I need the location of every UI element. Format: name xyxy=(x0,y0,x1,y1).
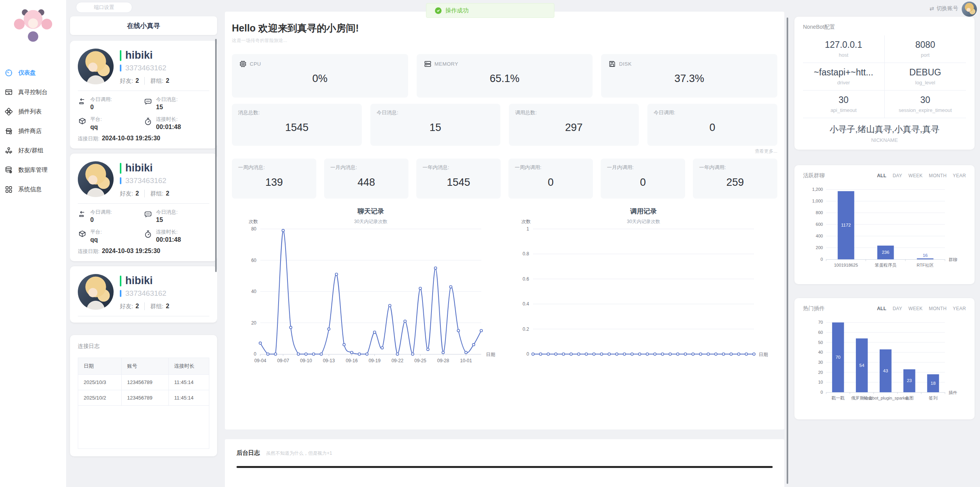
bot-card: hibiki 3373463162 好友:2群组:2 今日调用:0 今日消息:1… xyxy=(70,154,217,261)
svg-text:09-07: 09-07 xyxy=(277,358,289,363)
sidebar-item-dashboard[interactable]: 仪表盘 xyxy=(0,63,66,82)
tab-month[interactable]: MONTH xyxy=(929,306,947,311)
groups-label: 群组: xyxy=(150,77,163,85)
config-label: host xyxy=(805,52,883,58)
stat-label: 一月内消息: xyxy=(330,164,402,171)
config-label: session_expire_timeout xyxy=(886,107,965,113)
connect-date-label: 连接日期: xyxy=(78,248,100,254)
see-more-link[interactable]: 查看更多... xyxy=(232,148,777,155)
svg-text:600: 600 xyxy=(816,222,823,227)
svg-text:插件: 插件 xyxy=(948,390,957,395)
col-date: 日期 xyxy=(78,358,121,375)
memory-label: MEMORY xyxy=(435,61,458,67)
bot-list[interactable]: hibiki 3373463162 好友:2群组:2 今日调用:0 今日消息:1… xyxy=(70,41,217,329)
config-cell-log-level: DEBUGlog_level xyxy=(885,63,966,91)
sidebar-item-plugin-store[interactable]: 插件商店 xyxy=(0,121,66,141)
tab-day[interactable]: DAY xyxy=(892,306,902,311)
right-column: NoneBot配置 127.0.0.1host 8080port ~fastap… xyxy=(794,0,975,419)
sidebar-item-database[interactable]: 数据库管理 xyxy=(0,160,66,180)
call-records-chart: 调用记录30天内记录次数次数00.20.40.60.81日期 xyxy=(505,205,777,370)
tab-year[interactable]: YEAR xyxy=(953,173,966,178)
bot-column: 端口设置 在线小真寻 hibiki 3373463162 好友:2群组:2 今日… xyxy=(66,0,221,487)
svg-text:09-16: 09-16 xyxy=(345,358,358,363)
friends-label: 好友: xyxy=(120,190,133,197)
bot-list-scrollbar[interactable] xyxy=(215,39,217,272)
backend-log-subtitle: 虽然不知道为什么，但是视力+1 xyxy=(266,450,332,457)
period-stats-row: 一周内消息:139 一月内消息:448 一年内消息:1545 一周内调用:0 一… xyxy=(232,159,777,199)
tab-month[interactable]: MONTH xyxy=(929,173,947,178)
svg-text:0.6: 0.6 xyxy=(522,276,529,282)
port-settings-button[interactable]: 端口设置 xyxy=(76,2,132,13)
svg-text:0.8: 0.8 xyxy=(522,251,529,257)
svg-text:09-19: 09-19 xyxy=(368,358,380,363)
tab-all[interactable]: ALL xyxy=(877,306,886,311)
bot-card: hibiki 3373463162 好友:2群组:2 今日调用:0 今日消息:1… xyxy=(70,41,217,148)
svg-text:40: 40 xyxy=(818,350,823,354)
config-value: 30 xyxy=(805,95,883,105)
platform-value: qq xyxy=(90,124,102,131)
svg-text:调用记录: 调用记录 xyxy=(630,208,657,215)
svg-text:09-28: 09-28 xyxy=(437,358,449,363)
sidebar-item-console[interactable]: 真寻控制台 xyxy=(0,82,66,102)
today-calls-value: 0 xyxy=(90,104,112,111)
svg-text:60: 60 xyxy=(818,330,823,335)
stat-label: 一年内消息: xyxy=(423,164,494,171)
plugin-list-icon xyxy=(5,108,13,116)
config-cell-session-expire: 30session_expire_timeout xyxy=(885,91,966,118)
tab-all[interactable]: ALL xyxy=(877,173,886,178)
console-top-bar xyxy=(237,466,773,468)
hot-plugins-panel: 热门插件 ALL DAY WEEK MONTH YEAR 01020304050… xyxy=(794,298,975,419)
config-label: driver xyxy=(805,80,883,86)
cell-date: 2025/10/2 xyxy=(78,390,121,406)
svg-text:0: 0 xyxy=(254,351,256,357)
svg-text:09-22: 09-22 xyxy=(391,358,403,363)
today-messages-value: 15 xyxy=(156,216,178,223)
config-value: 127.0.0.1 xyxy=(805,40,883,50)
main-scrollbar[interactable] xyxy=(787,17,788,484)
active-groups-panel: 活跃群聊 ALL DAY WEEK MONTH YEAR 02004006008… xyxy=(794,165,975,284)
calls-icon xyxy=(78,210,87,219)
memory-value: 65.1% xyxy=(424,73,586,85)
col-account: 账号 xyxy=(121,358,168,375)
welcome-subtitle: 这是一场传奇的冒险旅途... xyxy=(232,37,777,44)
svg-text:戳一戳: 戳一戳 xyxy=(831,396,844,400)
console-icon xyxy=(5,88,13,96)
sidebar-item-friends-groups[interactable]: 好友/群组 xyxy=(0,141,66,160)
svg-text:群聊: 群聊 xyxy=(948,257,957,262)
config-value: 8080 xyxy=(886,40,965,50)
calls-icon xyxy=(78,97,87,106)
tab-year[interactable]: YEAR xyxy=(953,306,966,311)
mascot-avatar xyxy=(13,4,53,43)
stat-label: 一年内调用: xyxy=(699,164,771,171)
svg-text:签到: 签到 xyxy=(929,396,937,400)
svg-text:10-01: 10-01 xyxy=(460,358,472,363)
svg-text:40: 40 xyxy=(251,289,256,294)
tab-week[interactable]: WEEK xyxy=(908,306,923,311)
connection-log-table: 日期 账号 连接时长 2025/10/3 123456789 11:45:14 … xyxy=(78,358,209,449)
svg-text:1172: 1172 xyxy=(841,223,851,227)
duration-value: 00:01:48 xyxy=(156,124,181,131)
stat-value: 139 xyxy=(238,176,310,189)
svg-text:20: 20 xyxy=(818,370,823,375)
week-calls-card: 一周内调用:0 xyxy=(508,159,593,199)
cell-account: 123456789 xyxy=(121,375,168,390)
svg-text:1: 1 xyxy=(526,226,529,232)
stat-label: 一月内调用: xyxy=(607,164,679,171)
tab-day[interactable]: DAY xyxy=(892,173,902,178)
stat-label: 一周内消息: xyxy=(238,164,310,171)
stat-label: 消息总数: xyxy=(238,109,356,116)
today-messages-label: 今日消息: xyxy=(156,209,178,216)
backend-log-title: 后台日志 xyxy=(237,449,260,457)
table-row: 2025/10/3 123456789 11:45:14 xyxy=(78,375,209,390)
tab-week[interactable]: WEEK xyxy=(908,173,923,178)
bot-id: 3373463162 xyxy=(125,64,167,72)
table-row: 2025/10/2 123456789 11:45:14 xyxy=(78,390,209,406)
sidebar-item-label: 仪表盘 xyxy=(18,69,36,77)
svg-text:1,000: 1,000 xyxy=(812,199,823,203)
svg-text:43: 43 xyxy=(883,368,888,373)
sidebar-item-system-info[interactable]: 系统信息 xyxy=(0,180,66,199)
sidebar-item-label: 系统信息 xyxy=(18,186,42,193)
svg-text:09-10: 09-10 xyxy=(300,358,312,363)
sidebar-item-plugin-list[interactable]: 插件列表 xyxy=(0,102,66,121)
svg-text:09-25: 09-25 xyxy=(414,358,426,363)
